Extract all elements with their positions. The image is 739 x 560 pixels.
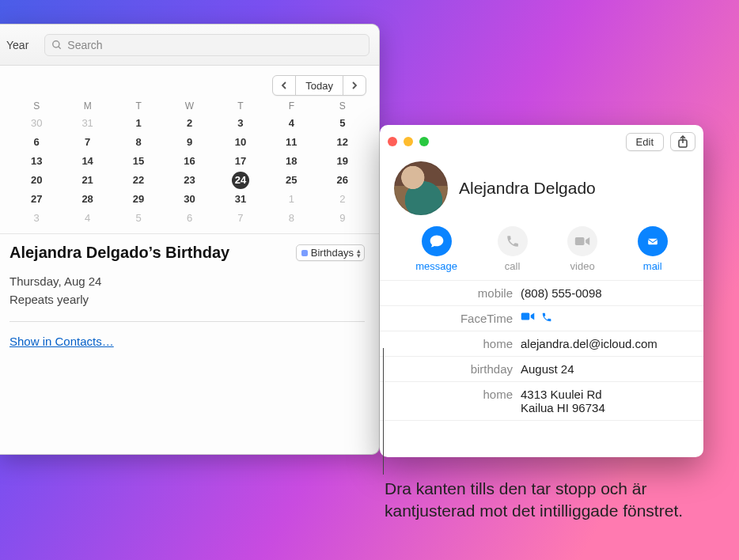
calendar-day[interactable]: 30: [11, 115, 62, 132]
search-input[interactable]: Search: [44, 34, 370, 56]
calendar-day[interactable]: 29: [113, 191, 164, 208]
facetime-audio-button[interactable]: [541, 312, 552, 323]
today-button[interactable]: Today: [295, 76, 343, 95]
calendar-day[interactable]: 8: [266, 210, 316, 227]
facetime-row: FaceTime: [380, 306, 703, 331]
calendar-day[interactable]: 5: [113, 210, 164, 227]
contacts-toolbar: Edit: [380, 125, 703, 158]
contact-header: Alejandra Delgado: [380, 158, 703, 223]
weekday-head: M: [62, 100, 112, 113]
calendar-day[interactable]: 17: [215, 153, 266, 170]
zoom-button[interactable]: [419, 137, 429, 146]
home-email-row: home alejandra.del@icloud.com: [380, 331, 703, 357]
video-action[interactable]: video: [567, 226, 597, 272]
calendar-day[interactable]: 14: [62, 153, 112, 170]
calendar-day[interactable]: 13: [11, 153, 62, 170]
calendar-nav: Today: [13, 75, 366, 96]
calendar-day[interactable]: 1: [266, 191, 316, 208]
video-icon: [574, 236, 590, 247]
call-action[interactable]: call: [498, 226, 528, 272]
next-button[interactable]: [343, 76, 366, 95]
calendar-day[interactable]: 6: [11, 134, 62, 151]
mail-icon: [645, 233, 661, 249]
facetime-video-button[interactable]: [521, 312, 535, 323]
year-view-button[interactable]: Year: [0, 34, 36, 56]
calendar-day[interactable]: 12: [317, 134, 368, 151]
event-date: Thursday, Aug 24: [9, 273, 365, 291]
weekday-head: S: [317, 100, 368, 113]
calendar-day[interactable]: 21: [62, 172, 112, 189]
calendar-tag-select[interactable]: Birthdays ▴▾: [296, 244, 365, 261]
home-address-line2: Kailua HI 96734: [521, 401, 689, 414]
edit-button[interactable]: Edit: [626, 133, 664, 151]
minimize-button[interactable]: [404, 137, 413, 146]
calendar-tag-label: Birthdays: [311, 247, 354, 259]
calendar-toolbar: Year Search: [0, 25, 379, 66]
calendar-day[interactable]: 8: [113, 134, 164, 151]
calendar-day[interactable]: 26: [317, 172, 368, 189]
calendar-day[interactable]: 23: [164, 172, 214, 189]
calendar-day[interactable]: 31: [215, 191, 266, 208]
calendar-day[interactable]: 6: [164, 210, 214, 227]
calendar-day[interactable]: 4: [62, 210, 112, 227]
svg-line-1: [59, 46, 61, 48]
calendar-day[interactable]: 31: [62, 115, 112, 132]
video-label: video: [570, 260, 595, 272]
callout-text: Dra kanten tills den tar stopp och är ka…: [385, 478, 685, 523]
calendar-day[interactable]: 28: [62, 191, 112, 208]
share-button[interactable]: [670, 132, 695, 151]
calendar-day[interactable]: 3: [11, 210, 62, 227]
weekday-head: T: [113, 100, 164, 113]
birthday-key: birthday: [394, 362, 513, 376]
show-in-contacts-link[interactable]: Show in Contacts…: [9, 335, 114, 348]
weekday-head: F: [266, 100, 316, 113]
home-address-key: home: [394, 388, 513, 401]
message-action[interactable]: message: [415, 226, 457, 272]
mail-action[interactable]: mail: [638, 226, 668, 272]
home-email-key: home: [394, 337, 513, 350]
calendar-day[interactable]: 22: [113, 172, 164, 189]
home-address-row: home 4313 Kuulei Rd Kailua HI 96734: [380, 382, 703, 421]
mobile-key: mobile: [394, 286, 513, 300]
mobile-row: mobile (808) 555-0098: [380, 281, 703, 306]
calendar-day[interactable]: 9: [317, 210, 368, 227]
calendar-day[interactable]: 4: [266, 115, 316, 132]
home-address-line1: 4313 Kuulei Rd: [521, 388, 689, 401]
calendar-day[interactable]: 9: [164, 134, 214, 151]
calendar-day[interactable]: 2: [164, 115, 214, 132]
home-address-value[interactable]: 4313 Kuulei Rd Kailua HI 96734: [521, 388, 689, 414]
calendar-day[interactable]: 16: [164, 153, 214, 170]
calendar-day[interactable]: 2: [317, 191, 368, 208]
prev-button[interactable]: [273, 76, 295, 95]
close-button[interactable]: [388, 137, 397, 146]
calendar-day[interactable]: 10: [215, 134, 266, 151]
chevron-right-icon: [351, 81, 358, 89]
calendar-day[interactable]: 20: [11, 172, 62, 189]
calendar-day[interactable]: 27: [11, 191, 62, 208]
svg-rect-6: [648, 239, 658, 245]
calendar-day[interactable]: 19: [317, 153, 368, 170]
calendar-day[interactable]: 30: [164, 191, 214, 208]
phone-icon: [506, 234, 520, 248]
mobile-value[interactable]: (808) 555-0098: [521, 286, 689, 300]
home-email-value[interactable]: alejandra.del@icloud.com: [521, 337, 689, 350]
avatar[interactable]: [394, 161, 448, 215]
calendar-day[interactable]: 1: [113, 115, 164, 132]
calendar-day[interactable]: 11: [266, 134, 316, 151]
calendar-day[interactable]: 7: [62, 134, 112, 151]
calendar-day[interactable]: 7: [215, 210, 266, 227]
calendar-day[interactable]: 15: [113, 153, 164, 170]
call-label: call: [505, 260, 521, 272]
share-icon: [677, 135, 688, 148]
calendar-day[interactable]: 24: [215, 172, 266, 189]
weekday-head: S: [11, 100, 62, 113]
calendar-day[interactable]: 25: [266, 172, 316, 189]
updown-chevron-icon: ▴▾: [357, 248, 361, 258]
calendar-day[interactable]: 3: [215, 115, 266, 132]
calendar-day[interactable]: 5: [317, 115, 368, 132]
calendar-day[interactable]: 18: [266, 153, 316, 170]
birthday-row: birthday August 24: [380, 357, 703, 382]
calendar-nav-segment: Today: [272, 75, 366, 96]
contacts-window: Edit Alejandra Delgado message call vide…: [380, 125, 703, 457]
event-title: Alejandra Delgado’s Birthday: [9, 244, 290, 262]
